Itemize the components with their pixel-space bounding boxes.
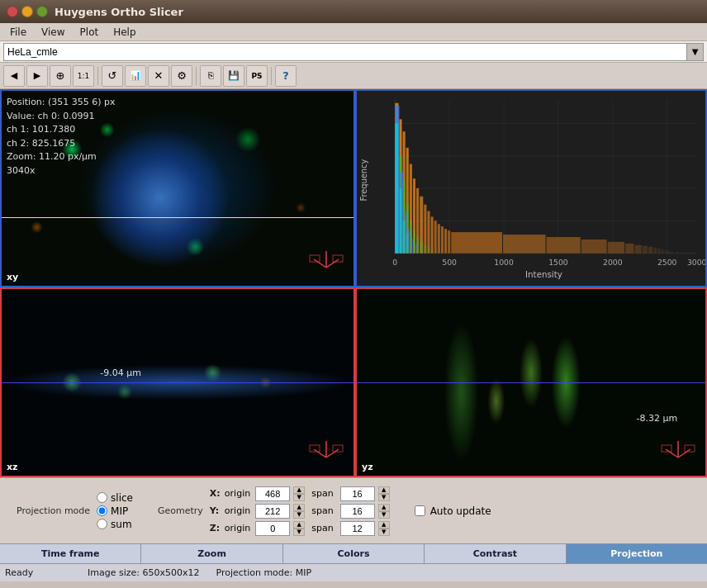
geom-z-origin-up[interactable]: ▲	[293, 521, 305, 529]
svg-rect-63	[431, 249, 434, 254]
proj-mip-label[interactable]: MIP	[97, 505, 133, 517]
close-button[interactable]	[7, 6, 18, 17]
xy-view-panel[interactable]: Position: (351 355 6) px Value: ch 0: 0.…	[0, 89, 355, 287]
geom-z-origin-label: origin	[225, 523, 250, 533]
svg-text:500: 500	[442, 259, 457, 268]
yz-view-panel[interactable]: -8.32 µm yz	[355, 287, 707, 477]
histogram-panel: 0 500 1000 1500 2000 2500 3000 Intensity…	[355, 89, 707, 287]
geom-y-span-down[interactable]: ▼	[378, 511, 390, 519]
geom-x-span-down[interactable]: ▼	[378, 494, 390, 501]
menu-view[interactable]: View	[35, 25, 71, 40]
svg-rect-3	[310, 255, 320, 262]
toolbar-btn-back[interactable]: ◀	[3, 65, 25, 87]
info-position: Position: (351 355 6) px	[7, 96, 116, 110]
proj-sum-radio[interactable]	[97, 519, 107, 529]
proj-mip-radio[interactable]	[97, 505, 107, 516]
geom-z-origin-down[interactable]: ▼	[293, 529, 305, 536]
geometry-group: X: origin ▲ ▼ span ▲ ▼ Y: origin	[210, 486, 390, 536]
geom-z-span-up[interactable]: ▲	[378, 521, 390, 529]
toolbar-btn-zoom-fit[interactable]: ⊕	[50, 65, 71, 87]
svg-text:1000: 1000	[494, 259, 514, 268]
svg-text:Intensity: Intensity	[525, 270, 562, 279]
xy-info-overlay: Position: (351 355 6) px Value: ch 0: 0.…	[7, 96, 116, 178]
svg-rect-36	[581, 239, 607, 254]
geom-y-span-spin: ▲ ▼	[378, 504, 390, 519]
geometry-label: Geometry	[158, 505, 203, 516]
svg-text:0: 0	[392, 259, 397, 268]
svg-rect-39	[635, 245, 642, 254]
geom-y-origin-input[interactable]	[255, 504, 290, 519]
proj-slice-radio[interactable]	[97, 492, 107, 503]
svg-rect-31	[444, 229, 447, 254]
geom-x-span-up[interactable]: ▲	[378, 486, 390, 494]
svg-rect-27	[431, 216, 434, 253]
svg-rect-69	[415, 244, 417, 254]
toolbar-btn-rot-ccw[interactable]: ↺	[102, 65, 123, 87]
svg-text:1500: 1500	[548, 259, 568, 268]
toolbar-btn-save[interactable]: 💾	[223, 65, 244, 87]
geom-z-span-input[interactable]	[340, 521, 375, 536]
tab-zoom[interactable]: Zoom	[141, 544, 282, 563]
geom-y-origin-down[interactable]: ▼	[293, 511, 305, 519]
toolbar-btn-settings[interactable]: ⚙	[171, 65, 192, 87]
geom-y-span-label: span	[311, 505, 333, 516]
dropdown-arrow[interactable]: ▼	[687, 43, 704, 61]
xz-view-panel[interactable]: -9.04 µm xz	[0, 287, 355, 477]
geom-x-origin-up[interactable]: ▲	[293, 486, 305, 494]
geom-z-span-down[interactable]: ▼	[378, 529, 390, 536]
svg-rect-26	[427, 211, 429, 254]
svg-rect-33	[451, 232, 502, 254]
menu-file[interactable]: File	[3, 25, 33, 40]
toolbar-btn-forward[interactable]: ▶	[26, 65, 48, 87]
yz-label: yz	[362, 462, 373, 472]
proj-slice-label[interactable]: slice	[97, 492, 133, 504]
geom-z-label: Z:	[210, 523, 221, 533]
proj-slice-text: slice	[111, 492, 133, 504]
geom-y-span-up[interactable]: ▲	[378, 504, 390, 511]
projection-mode-wrapper: Projection mode slice MIP sum	[17, 492, 133, 530]
toolbar-btn-cross[interactable]: ✕	[148, 65, 169, 87]
window-title: Huygens Ortho Slicer	[55, 6, 183, 18]
dataset-dropdown[interactable]: HeLa_cmle	[3, 43, 687, 61]
svg-rect-49	[680, 253, 681, 254]
tab-time-frame[interactable]: Time frame	[0, 544, 141, 563]
geom-x-origin-label: origin	[225, 488, 250, 499]
proj-sum-label[interactable]: sum	[97, 519, 133, 530]
tab-contrast[interactable]: Contrast	[425, 544, 566, 563]
svg-rect-46	[668, 251, 670, 254]
svg-rect-72	[403, 220, 406, 253]
info-zoom2: 3040x	[7, 164, 116, 178]
title-bar: Huygens Ortho Slicer	[0, 0, 707, 23]
projection-mode-label: Projection mode	[17, 505, 90, 516]
geom-y-origin-spin: ▲ ▼	[293, 504, 305, 519]
geom-x-origin-input[interactable]	[255, 486, 290, 501]
toolbar: ◀ ▶ ⊕ 1:1 ↺ 📊 ✕ ⚙ ⎘ 💾 PS ?	[0, 63, 707, 89]
auto-update-checkbox[interactable]	[415, 505, 425, 516]
toolbar-btn-copy[interactable]: ⎘	[200, 65, 221, 87]
geom-y-span-input[interactable]	[340, 504, 375, 519]
geom-y-origin-up[interactable]: ▲	[293, 504, 305, 511]
minimize-button[interactable]	[21, 6, 33, 17]
tab-colors[interactable]: Colors	[283, 544, 425, 563]
toolbar-btn-chart[interactable]: 📊	[125, 65, 146, 87]
separator-1	[97, 67, 98, 85]
geom-x-label: X:	[210, 488, 221, 499]
toolbar-btn-zoom-1[interactable]: 1:1	[73, 65, 94, 87]
toolbar-btn-help[interactable]: ?	[275, 65, 297, 87]
svg-rect-40	[643, 246, 648, 254]
svg-rect-47	[671, 252, 673, 254]
geom-z-origin-input[interactable]	[255, 521, 290, 536]
xy-label: xy	[7, 272, 18, 282]
tab-projection[interactable]: Projection	[567, 544, 707, 563]
yz-crosshair-vertical	[636, 476, 637, 477]
maximize-button[interactable]	[36, 6, 48, 17]
geom-x-span-input[interactable]	[340, 486, 375, 501]
geometry-wrapper: Geometry X: origin ▲ ▼ span ▲ ▼ Y:	[158, 486, 390, 536]
geom-x-origin-down[interactable]: ▼	[293, 494, 305, 501]
menu-plot[interactable]: Plot	[74, 25, 106, 40]
status-image-size: Image size: 650x500x12	[88, 567, 200, 578]
status-bar-tabs: Time frame Zoom Colors Contrast Projecti…	[0, 543, 707, 563]
menu-help[interactable]: Help	[107, 25, 142, 40]
toolbar-btn-ps[interactable]: PS	[246, 65, 268, 87]
geom-y-origin-label: origin	[225, 505, 250, 516]
